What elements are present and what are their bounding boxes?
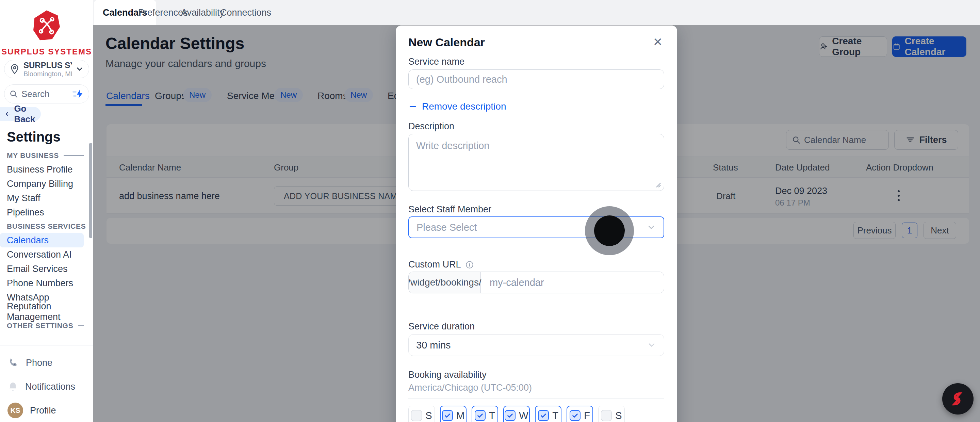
sidebar-search[interactable] <box>4 84 89 104</box>
nav-section-business-services: BUSINESS SERVICES <box>0 220 89 233</box>
booking-days-row: S M T W T F S <box>408 406 625 422</box>
service-duration-select[interactable]: 30 mins <box>408 334 664 356</box>
go-back-button[interactable]: Go Back <box>0 107 41 121</box>
chevron-down-icon <box>646 223 656 232</box>
sidebar-item-phone-numbers[interactable]: Phone Numbers <box>0 276 84 290</box>
custom-url-label: Custom URL <box>408 259 461 270</box>
modal-title: New Calendar <box>408 36 485 49</box>
day-checkbox-thursday[interactable]: T <box>535 406 562 422</box>
bell-icon <box>8 381 18 392</box>
brand-logo-icon <box>29 8 64 43</box>
sidebar-search-input[interactable] <box>21 89 69 99</box>
checkbox-icon <box>475 410 485 421</box>
sidebar-item-conversation-ai[interactable]: Conversation AI <box>0 247 84 262</box>
phone-icon <box>8 357 19 369</box>
close-icon[interactable]: ✕ <box>650 34 665 49</box>
chat-widget-button[interactable] <box>942 383 974 414</box>
sidebar-footer: Phone Notifications KS Profile <box>0 345 93 422</box>
sidebar-item-company-billing[interactable]: Company Billing <box>0 177 84 191</box>
remove-description-label: Remove description <box>422 101 506 112</box>
checkbox-icon <box>570 410 581 421</box>
description-label: Description <box>408 121 454 132</box>
top-tab-bar: Calendars Preferences Availability Conne… <box>93 0 980 25</box>
settings-nav: MY BUSINESS Business Profile Company Bil… <box>0 149 89 333</box>
service-name-label: Service name <box>408 56 465 67</box>
avatar: KS <box>8 403 23 418</box>
sidebar-item-email-services[interactable]: Email Services <box>0 262 84 276</box>
staff-label: Select Staff Member <box>408 204 492 215</box>
chat-widget-logo-icon <box>948 389 967 408</box>
phone-label: Phone <box>26 358 52 368</box>
day-checkbox-wednesday[interactable]: W <box>503 406 530 422</box>
go-back-label: Go Back <box>14 104 41 124</box>
sidebar-item-reputation-management[interactable]: Reputation Management <box>0 304 84 319</box>
remove-description-link[interactable]: Remove description <box>408 101 506 112</box>
nav-section-my-business: MY BUSINESS <box>0 149 89 162</box>
notifications-menu-item[interactable]: Notifications <box>0 375 93 398</box>
checkbox-icon <box>538 410 549 421</box>
tab-preferences[interactable]: Preferences <box>138 0 188 25</box>
service-name-field[interactable] <box>408 69 664 89</box>
sidebar-item-calendars[interactable]: Calendars <box>0 233 84 247</box>
day-checkbox-tuesday[interactable]: T <box>472 406 498 422</box>
chevron-down-icon <box>75 65 84 73</box>
modal-divider <box>408 252 664 252</box>
service-duration-label: Service duration <box>408 321 475 332</box>
custom-url-input[interactable] <box>481 272 664 293</box>
chevron-down-icon <box>647 340 656 350</box>
checkbox-icon <box>411 410 422 421</box>
day-checkbox-monday[interactable]: M <box>440 406 466 422</box>
description-field[interactable] <box>408 134 664 191</box>
settings-title: Settings <box>7 129 60 145</box>
map-pin-icon <box>9 64 20 75</box>
profile-menu-item[interactable]: KS Profile <box>0 398 93 422</box>
tab-connections[interactable]: Connections <box>220 0 271 25</box>
notifications-label: Notifications <box>25 382 75 392</box>
phone-menu-item[interactable]: Phone <box>0 351 93 375</box>
minus-icon <box>408 102 417 111</box>
service-duration-value: 30 mins <box>416 340 451 351</box>
booking-availability-label: Booking availability <box>408 369 487 380</box>
arrow-left-icon <box>5 110 11 118</box>
sidebar: SURPLUS SYSTEMS SURPLUS SYSTEM... Bloomi… <box>0 0 93 422</box>
sidebar-scrollbar[interactable] <box>89 143 92 238</box>
staff-select-placeholder: Please Select <box>417 222 477 233</box>
tab-availability[interactable]: Availability <box>181 0 224 25</box>
sidebar-item-pipelines[interactable]: Pipelines <box>0 205 84 220</box>
timezone-text: America/Chicago (UTC-05:00) <box>408 382 532 393</box>
new-calendar-modal: New Calendar ✕ Service name Remove descr… <box>396 25 677 422</box>
description-input[interactable] <box>409 134 664 191</box>
modal-divider-2 <box>408 398 664 398</box>
checkbox-icon <box>504 410 515 421</box>
day-checkbox-friday[interactable]: F <box>566 406 593 422</box>
location-name: SURPLUS SYSTEM... <box>24 61 72 70</box>
profile-label: Profile <box>30 405 56 416</box>
day-checkbox-saturday[interactable]: S <box>598 406 625 422</box>
custom-url-label-row: Custom URL <box>408 259 474 270</box>
brand-logo: SURPLUS SYSTEMS <box>0 8 93 56</box>
day-checkbox-sunday[interactable]: S <box>408 406 435 422</box>
checkbox-icon <box>442 410 453 421</box>
location-switcher[interactable]: SURPLUS SYSTEM... Bloomington, MN <box>4 60 89 78</box>
sidebar-item-my-staff[interactable]: My Staff <box>0 191 84 205</box>
search-icon <box>9 89 18 98</box>
custom-url-field[interactable]: /widget/bookings/ <box>408 272 664 293</box>
info-icon[interactable] <box>465 260 474 269</box>
cursor-pointer <box>594 215 625 246</box>
service-name-input[interactable] <box>416 74 656 85</box>
location-city: Bloomington, MN <box>24 70 72 78</box>
checkbox-icon <box>601 410 612 421</box>
custom-url-prefix: /widget/bookings/ <box>409 272 481 293</box>
sidebar-item-business-profile[interactable]: Business Profile <box>0 162 84 177</box>
brand-name: SURPLUS SYSTEMS <box>2 47 92 56</box>
app-window: SURPLUS SYSTEMS SURPLUS SYSTEM... Bloomi… <box>0 0 980 422</box>
quick-actions-bolt-icon[interactable] <box>73 89 84 99</box>
